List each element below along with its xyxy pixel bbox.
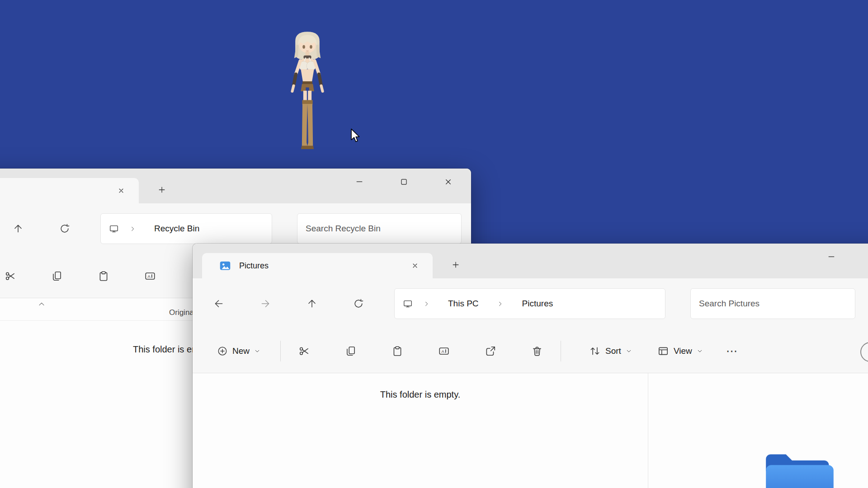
arrow-up-icon xyxy=(306,298,318,310)
window-controls xyxy=(346,171,461,192)
more-options-button[interactable]: ⋯ xyxy=(721,340,743,362)
maximize-button[interactable] xyxy=(863,246,868,267)
chevron-right-icon xyxy=(423,300,430,307)
maximize-icon xyxy=(400,178,408,186)
copy-button[interactable] xyxy=(339,340,363,362)
close-button[interactable] xyxy=(435,171,461,192)
address-bar[interactable]: This PC Pictures xyxy=(394,288,665,319)
arrow-right-icon xyxy=(259,298,271,310)
toolbar-separator xyxy=(561,341,561,361)
paste-button[interactable] xyxy=(386,340,409,362)
maximize-button[interactable] xyxy=(391,171,417,192)
arrow-up-icon xyxy=(12,223,24,235)
minimize-icon xyxy=(827,252,836,261)
chevron-right-icon xyxy=(497,300,504,307)
minimize-button[interactable] xyxy=(818,246,844,267)
paste-icon xyxy=(98,270,109,282)
pictures-content: This folder is empty. xyxy=(193,373,868,488)
copy-icon xyxy=(51,270,63,282)
arrow-left-icon xyxy=(213,298,225,310)
pictures-window[interactable]: Pictures xyxy=(193,244,868,488)
back-button[interactable] xyxy=(208,293,230,314)
refresh-icon xyxy=(353,298,364,310)
close-icon xyxy=(118,187,125,194)
chevron-down-icon xyxy=(697,348,703,354)
trash-icon xyxy=(531,345,543,357)
tab-close-button[interactable] xyxy=(113,182,130,199)
new-button[interactable]: New xyxy=(209,338,269,364)
breadcrumb-pictures[interactable]: Pictures xyxy=(514,295,561,312)
new-button-label: New xyxy=(232,346,250,356)
close-icon xyxy=(411,262,419,269)
pictures-tab-bar: Pictures xyxy=(193,244,868,278)
breadcrumb-chevron[interactable] xyxy=(418,295,434,313)
new-circle-plus-icon xyxy=(217,346,228,357)
refresh-icon xyxy=(59,223,71,235)
chevron-down-icon xyxy=(254,348,260,354)
sort-icon xyxy=(589,345,601,357)
minimize-button[interactable] xyxy=(346,171,373,192)
sort-ascending-icon xyxy=(38,300,46,308)
pictures-toolbar: New A Sort xyxy=(193,329,868,373)
tab-title: Pictures xyxy=(239,261,269,271)
refresh-button[interactable] xyxy=(54,218,75,239)
toolbar-separator xyxy=(280,341,281,361)
paste-icon xyxy=(392,345,403,357)
search-input[interactable] xyxy=(297,213,462,244)
breadcrumb-chevron[interactable] xyxy=(492,295,509,313)
tab-pictures[interactable]: Pictures xyxy=(202,253,433,278)
close-icon xyxy=(444,178,453,186)
preview-pane xyxy=(648,373,868,488)
address-bar[interactable]: Recycle Bin xyxy=(100,213,272,244)
breadcrumb-chevron[interactable] xyxy=(124,220,141,238)
cut-icon xyxy=(298,345,310,357)
window-controls xyxy=(818,246,868,267)
this-pc-icon xyxy=(403,299,413,309)
svg-text:A: A xyxy=(148,274,151,278)
mouse-cursor xyxy=(349,128,363,144)
plus-icon xyxy=(451,260,460,269)
breadcrumb-recycle-bin[interactable]: Recycle Bin xyxy=(146,220,208,237)
pictures-nav-bar: This PC Pictures xyxy=(193,278,868,329)
empty-folder-text: This folder is empty. xyxy=(193,389,648,400)
tab-recycle-bin[interactable] xyxy=(0,178,139,203)
anime-character-overlay[interactable] xyxy=(280,29,335,161)
paste-button[interactable] xyxy=(92,265,115,287)
this-pc-icon xyxy=(109,224,119,234)
up-button[interactable] xyxy=(301,293,323,314)
rename-icon: A xyxy=(438,345,450,357)
view-button[interactable]: View xyxy=(650,338,710,364)
new-tab-button[interactable] xyxy=(446,255,465,274)
chevron-right-icon xyxy=(129,225,136,232)
minimize-icon xyxy=(355,177,364,186)
search-input[interactable] xyxy=(690,288,855,319)
cut-button[interactable] xyxy=(292,340,316,362)
breadcrumb-this-pc[interactable]: This PC xyxy=(440,295,487,312)
chevron-down-icon xyxy=(626,348,632,354)
share-icon xyxy=(485,345,496,357)
plus-icon xyxy=(157,185,166,194)
copy-icon xyxy=(345,345,357,357)
pictures-icon xyxy=(218,259,232,272)
refresh-button[interactable] xyxy=(348,293,369,314)
delete-button[interactable] xyxy=(525,340,549,362)
cut-icon xyxy=(5,270,16,282)
view-icon xyxy=(657,345,669,357)
sort-button-label: Sort xyxy=(605,346,621,356)
up-button[interactable] xyxy=(7,218,29,239)
rename-button[interactable]: A xyxy=(138,265,162,287)
recycle-tab-bar xyxy=(0,169,471,203)
new-tab-button[interactable] xyxy=(152,180,171,199)
rename-icon: A xyxy=(144,270,156,282)
cut-button[interactable] xyxy=(0,265,22,287)
view-button-label: View xyxy=(674,346,692,356)
pictures-folder-icon xyxy=(761,445,838,488)
tab-close-button[interactable] xyxy=(406,257,424,274)
copy-button[interactable] xyxy=(45,265,69,287)
sort-button[interactable]: Sort xyxy=(582,338,639,364)
share-button[interactable] xyxy=(479,340,502,362)
forward-button[interactable] xyxy=(255,293,276,314)
rename-button[interactable]: A xyxy=(432,340,456,362)
svg-text:A: A xyxy=(442,349,445,353)
pictures-file-list[interactable]: This folder is empty. xyxy=(193,373,648,488)
